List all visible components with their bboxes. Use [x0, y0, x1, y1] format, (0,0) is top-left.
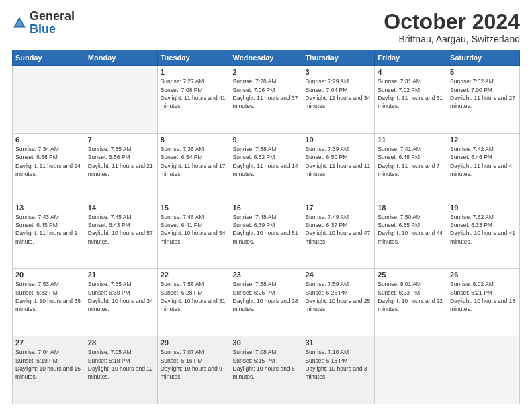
calendar-cell: 6Sunrise: 7:34 AMSunset: 6:58 PMDaylight… [13, 133, 85, 201]
calendar-cell: 17Sunrise: 7:49 AMSunset: 6:37 PMDayligh… [302, 201, 375, 269]
calendar-cell: 3Sunrise: 7:29 AMSunset: 7:04 PMDaylight… [302, 66, 375, 134]
day-number: 5 [450, 68, 517, 76]
day-number: 2 [233, 68, 300, 76]
day-number: 20 [15, 271, 82, 279]
day-detail: Sunrise: 7:36 AMSunset: 6:54 PMDaylight:… [161, 145, 227, 178]
day-detail: Sunrise: 7:28 AMSunset: 7:06 PMDaylight:… [233, 77, 300, 110]
calendar-cell: 28Sunrise: 7:05 AMSunset: 5:18 PMDayligh… [85, 336, 157, 404]
calendar-cell: 23Sunrise: 7:58 AMSunset: 6:26 PMDayligh… [230, 269, 302, 336]
calendar-cell: 24Sunrise: 7:59 AMSunset: 6:25 PMDayligh… [302, 269, 375, 336]
calendar-cell: 12Sunrise: 7:42 AMSunset: 6:46 PMDayligh… [447, 133, 520, 201]
header: General Blue October 2024 Brittnau, Aarg… [12, 10, 520, 44]
day-detail: Sunrise: 7:39 AMSunset: 6:50 PMDaylight:… [305, 145, 371, 178]
day-number: 8 [161, 136, 227, 144]
weekday-header-sunday: Sunday [13, 50, 85, 66]
calendar-cell: 31Sunrise: 7:10 AMSunset: 5:13 PMDayligh… [302, 336, 375, 404]
day-detail: Sunrise: 7:48 AMSunset: 6:39 PMDaylight:… [233, 213, 300, 246]
calendar-cell: 18Sunrise: 7:50 AMSunset: 6:35 PMDayligh… [375, 201, 447, 269]
day-detail: Sunrise: 7:42 AMSunset: 6:46 PMDaylight:… [450, 145, 517, 178]
day-detail: Sunrise: 7:58 AMSunset: 6:26 PMDaylight:… [233, 280, 300, 313]
day-detail: Sunrise: 8:02 AMSunset: 6:21 PMDaylight:… [450, 280, 517, 313]
day-detail: Sunrise: 7:38 AMSunset: 6:52 PMDaylight:… [233, 145, 300, 178]
day-number: 1 [161, 68, 227, 76]
logo-text: General Blue [30, 10, 75, 36]
week-row-2: 6Sunrise: 7:34 AMSunset: 6:58 PMDaylight… [13, 133, 520, 201]
day-number: 12 [450, 136, 517, 144]
week-row-1: 1Sunrise: 7:27 AMSunset: 7:08 PMDaylight… [13, 66, 520, 134]
day-number: 14 [88, 203, 154, 212]
day-detail: Sunrise: 7:52 AMSunset: 6:33 PMDaylight:… [450, 213, 517, 246]
calendar-cell: 1Sunrise: 7:27 AMSunset: 7:08 PMDaylight… [157, 66, 230, 134]
day-detail: Sunrise: 8:01 AMSunset: 6:23 PMDaylight:… [378, 280, 444, 313]
day-number: 29 [161, 338, 227, 347]
day-detail: Sunrise: 7:55 AMSunset: 6:30 PMDaylight:… [88, 280, 154, 313]
calendar-cell: 8Sunrise: 7:36 AMSunset: 6:54 PMDaylight… [157, 133, 230, 201]
calendar-cell: 19Sunrise: 7:52 AMSunset: 6:33 PMDayligh… [447, 201, 520, 269]
logo: General Blue [12, 10, 75, 36]
day-detail: Sunrise: 7:04 AMSunset: 5:19 PMDaylight:… [15, 348, 82, 381]
calendar-cell: 2Sunrise: 7:28 AMSunset: 7:06 PMDaylight… [230, 66, 302, 134]
weekday-header-friday: Friday [375, 50, 447, 66]
calendar-cell: 4Sunrise: 7:31 AMSunset: 7:02 PMDaylight… [375, 66, 447, 134]
month-title: October 2024 [384, 10, 520, 34]
day-number: 21 [88, 271, 154, 279]
day-detail: Sunrise: 7:32 AMSunset: 7:00 PMDaylight:… [450, 77, 517, 110]
day-number: 3 [305, 68, 371, 76]
day-detail: Sunrise: 7:53 AMSunset: 6:32 PMDaylight:… [15, 280, 82, 313]
calendar-cell: 7Sunrise: 7:35 AMSunset: 6:56 PMDaylight… [85, 133, 157, 201]
day-number: 30 [233, 338, 300, 347]
day-number: 15 [161, 203, 227, 212]
day-number: 23 [233, 271, 300, 279]
day-detail: Sunrise: 7:05 AMSunset: 5:18 PMDaylight:… [88, 348, 154, 381]
week-row-3: 13Sunrise: 7:43 AMSunset: 6:45 PMDayligh… [13, 201, 520, 269]
day-detail: Sunrise: 7:59 AMSunset: 6:25 PMDaylight:… [305, 280, 371, 313]
calendar-cell: 21Sunrise: 7:55 AMSunset: 6:30 PMDayligh… [85, 269, 157, 336]
day-detail: Sunrise: 7:10 AMSunset: 5:13 PMDaylight:… [305, 348, 371, 381]
calendar-cell [85, 66, 157, 134]
calendar-cell: 5Sunrise: 7:32 AMSunset: 7:00 PMDaylight… [447, 66, 520, 134]
day-number: 27 [15, 338, 82, 347]
day-number: 28 [88, 338, 154, 347]
day-number: 6 [15, 136, 82, 144]
calendar-cell: 29Sunrise: 7:07 AMSunset: 5:16 PMDayligh… [157, 336, 230, 404]
day-detail: Sunrise: 7:43 AMSunset: 6:45 PMDaylight:… [15, 213, 82, 246]
calendar-cell [13, 66, 85, 134]
day-number: 18 [378, 203, 444, 212]
day-detail: Sunrise: 7:56 AMSunset: 6:28 PMDaylight:… [161, 280, 227, 313]
calendar-cell: 13Sunrise: 7:43 AMSunset: 6:45 PMDayligh… [13, 201, 85, 269]
logo-general: General [30, 9, 75, 23]
day-detail: Sunrise: 7:34 AMSunset: 6:58 PMDaylight:… [15, 145, 82, 178]
day-number: 10 [305, 136, 371, 144]
weekday-header-wednesday: Wednesday [230, 50, 302, 66]
week-row-4: 20Sunrise: 7:53 AMSunset: 6:32 PMDayligh… [13, 269, 520, 336]
logo-blue: Blue [30, 22, 56, 36]
page: General Blue October 2024 Brittnau, Aarg… [0, 0, 532, 411]
location: Brittnau, Aargau, Switzerland [384, 34, 520, 44]
calendar-cell: 9Sunrise: 7:38 AMSunset: 6:52 PMDaylight… [230, 133, 302, 201]
day-number: 7 [88, 136, 154, 144]
calendar-cell: 15Sunrise: 7:46 AMSunset: 6:41 PMDayligh… [157, 201, 230, 269]
calendar-cell: 11Sunrise: 7:41 AMSunset: 6:48 PMDayligh… [375, 133, 447, 201]
day-number: 4 [378, 68, 444, 76]
day-number: 11 [378, 136, 444, 144]
day-detail: Sunrise: 7:27 AMSunset: 7:08 PMDaylight:… [161, 77, 227, 110]
calendar-cell: 14Sunrise: 7:45 AMSunset: 6:43 PMDayligh… [85, 201, 157, 269]
weekday-header-monday: Monday [85, 50, 157, 66]
calendar-cell: 16Sunrise: 7:48 AMSunset: 6:39 PMDayligh… [230, 201, 302, 269]
weekday-header-tuesday: Tuesday [157, 50, 230, 66]
calendar-cell: 30Sunrise: 7:08 AMSunset: 5:15 PMDayligh… [230, 336, 302, 404]
day-detail: Sunrise: 7:49 AMSunset: 6:37 PMDaylight:… [305, 213, 371, 246]
day-number: 19 [450, 203, 517, 212]
calendar-cell: 22Sunrise: 7:56 AMSunset: 6:28 PMDayligh… [157, 269, 230, 336]
day-number: 16 [233, 203, 300, 212]
day-number: 17 [305, 203, 371, 212]
calendar-cell: 10Sunrise: 7:39 AMSunset: 6:50 PMDayligh… [302, 133, 375, 201]
day-detail: Sunrise: 7:46 AMSunset: 6:41 PMDaylight:… [161, 213, 227, 246]
calendar-cell: 26Sunrise: 8:02 AMSunset: 6:21 PMDayligh… [447, 269, 520, 336]
calendar-cell: 20Sunrise: 7:53 AMSunset: 6:32 PMDayligh… [13, 269, 85, 336]
day-number: 9 [233, 136, 300, 144]
day-detail: Sunrise: 7:45 AMSunset: 6:43 PMDaylight:… [88, 213, 154, 246]
logo-icon [12, 15, 27, 30]
day-detail: Sunrise: 7:08 AMSunset: 5:15 PMDaylight:… [233, 348, 300, 381]
calendar-cell: 25Sunrise: 8:01 AMSunset: 6:23 PMDayligh… [375, 269, 447, 336]
